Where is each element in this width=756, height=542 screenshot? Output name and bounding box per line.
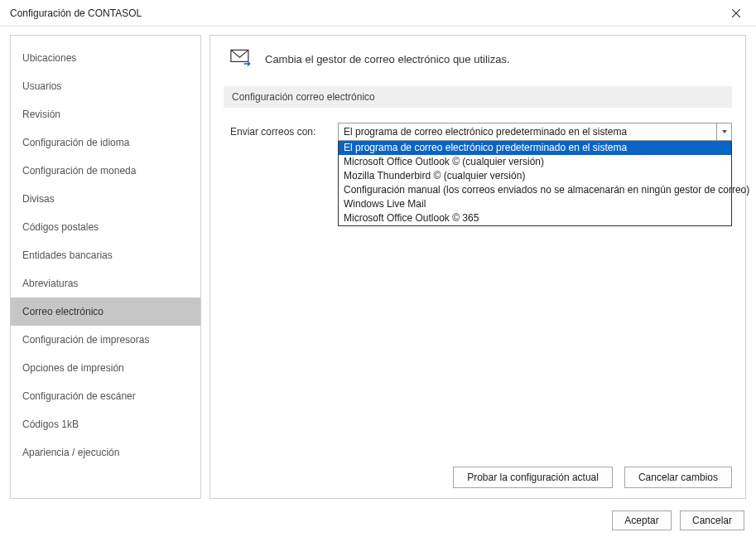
- close-button[interactable]: [725, 2, 748, 25]
- sidebar-item[interactable]: Revisión: [11, 100, 200, 128]
- main-panel: Cambia el gestor de correo electrónico q…: [209, 35, 746, 499]
- close-icon: [732, 9, 740, 17]
- sidebar-item[interactable]: Opciones de impresión: [11, 354, 200, 382]
- section-title: Configuración correo electrónico: [224, 86, 732, 108]
- dropdown-option[interactable]: Microsoft Office Outlook © 365: [339, 211, 731, 225]
- sidebar-item[interactable]: Usuarios: [11, 72, 200, 100]
- panel-header-text: Cambia el gestor de correo electrónico q…: [265, 53, 510, 65]
- sidebar-item[interactable]: Correo electrónico: [11, 298, 200, 326]
- sidebar-item[interactable]: Configuración de moneda: [11, 157, 200, 185]
- mail-client-select-value: El programa de correo electrónico predet…: [339, 123, 716, 140]
- mail-client-select-wrap: El programa de correo electrónico predet…: [338, 123, 732, 141]
- mail-client-select[interactable]: El programa de correo electrónico predet…: [338, 123, 732, 141]
- mail-client-dropdown: El programa de correo electrónico predet…: [338, 141, 732, 226]
- sidebar-item[interactable]: Entidades bancarias: [11, 241, 200, 269]
- form-row-send-with: Enviar correos con: El programa de corre…: [224, 123, 732, 141]
- sidebar-item[interactable]: Configuración de idioma: [11, 128, 200, 157]
- accept-button[interactable]: Aceptar: [612, 511, 672, 530]
- panel-footer: Probar la configuración actual Cancelar …: [224, 458, 732, 488]
- sidebar-item[interactable]: Códigos postales: [11, 213, 200, 241]
- window-title: Configuración de CONTASOL: [10, 7, 142, 19]
- cancel-changes-button[interactable]: Cancelar cambios: [624, 467, 732, 488]
- test-config-button[interactable]: Probar la configuración actual: [453, 467, 613, 488]
- field-label-send-with: Enviar correos con:: [230, 123, 338, 138]
- mail-forward-icon: [230, 49, 253, 70]
- dropdown-option[interactable]: El programa de correo electrónico predet…: [339, 141, 731, 155]
- cancel-button[interactable]: Cancelar: [680, 511, 744, 530]
- sidebar-item[interactable]: Ubicaciones: [11, 44, 200, 72]
- dropdown-option[interactable]: Microsoft Office Outlook © (cualquier ve…: [339, 155, 731, 169]
- dropdown-option[interactable]: Configuración manual (los correos enviad…: [339, 183, 731, 197]
- sidebar-item[interactable]: Abreviaturas: [11, 269, 200, 298]
- chevron-down-icon[interactable]: [716, 123, 731, 140]
- sidebar: UbicacionesUsuariosRevisiónConfiguración…: [10, 35, 201, 499]
- sidebar-item[interactable]: Configuración de escáner: [11, 382, 200, 410]
- dropdown-option[interactable]: Windows Live Mail: [339, 197, 731, 211]
- content-area: UbicacionesUsuariosRevisiónConfiguración…: [0, 27, 756, 506]
- dropdown-option[interactable]: Mozilla Thunderbird © (cualquier versión…: [339, 169, 731, 183]
- title-bar: Configuración de CONTASOL: [0, 0, 756, 27]
- sidebar-item[interactable]: Apariencia / ejecución: [11, 438, 200, 467]
- sidebar-item[interactable]: Códigos 1kB: [11, 410, 200, 438]
- panel-header: Cambia el gestor de correo electrónico q…: [224, 49, 732, 70]
- sidebar-item[interactable]: Divisas: [11, 185, 200, 213]
- dialog-footer: Aceptar Cancelar: [0, 506, 756, 539]
- sidebar-item[interactable]: Configuración de impresoras: [11, 326, 200, 354]
